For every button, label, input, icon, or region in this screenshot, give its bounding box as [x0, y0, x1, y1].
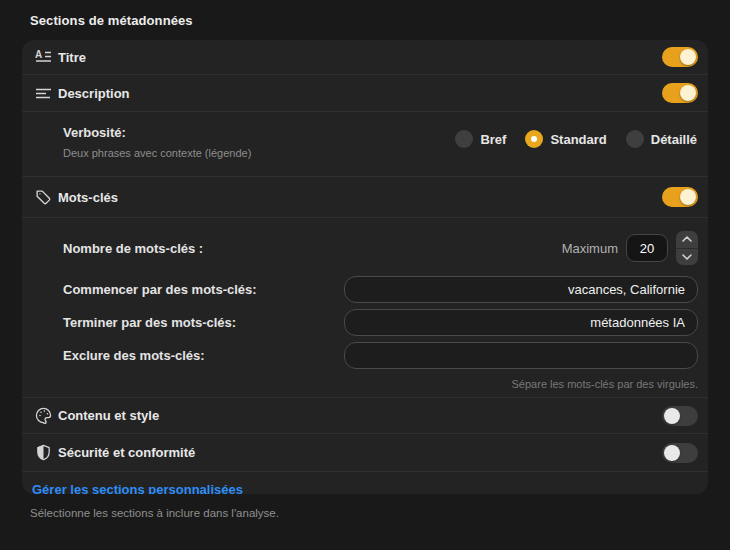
radio-label-bref: Bref: [480, 132, 506, 147]
section-label-keywords: Mots-clés: [58, 190, 118, 205]
toggle-knob: [680, 85, 696, 101]
radio-bref[interactable]: Bref: [455, 130, 506, 148]
toggle-knob: [680, 49, 696, 65]
section-label-content-style: Contenu et style: [58, 408, 159, 423]
toggle-security[interactable]: [662, 443, 698, 463]
chevron-down-icon: [682, 254, 692, 260]
radio-dot: [525, 130, 543, 148]
radio-label-standard: Standard: [550, 132, 606, 147]
section-label-security: Sécurité et conformité: [58, 445, 195, 460]
keywords-help-text: Sépare les mots-clés par des virgules.: [63, 378, 698, 390]
toggle-title[interactable]: [662, 47, 698, 67]
keyword-count-row: Nombre de mots-clés : Maximum 20: [63, 231, 698, 265]
start-keywords-row: Commencer par des mots-clés:: [63, 276, 698, 303]
keywords-settings: Nombre de mots-clés : Maximum 20 Co: [22, 231, 708, 398]
toggle-keywords[interactable]: [662, 187, 698, 207]
keyword-count-label: Nombre de mots-clés :: [63, 241, 203, 256]
max-keywords-value[interactable]: 20: [626, 234, 668, 262]
section-row-title: A Titre: [22, 40, 708, 75]
stepper-down-button[interactable]: [676, 249, 698, 266]
metadata-sections-panel: Sections de métadonnées A Titre Descript…: [0, 0, 730, 550]
start-keywords-label: Commencer par des mots-clés:: [63, 282, 257, 297]
stepper-up-button[interactable]: [676, 231, 698, 249]
toggle-knob: [664, 408, 680, 424]
section-row-content-style: Contenu et style: [22, 398, 708, 434]
start-keywords-input[interactable]: [344, 276, 698, 303]
align-lines-icon: [34, 84, 52, 102]
section-row-keywords: Mots-clés: [22, 177, 708, 218]
toggle-knob: [680, 189, 696, 205]
exclude-keywords-row: Exclure des mots-clés:: [63, 342, 698, 369]
maximum-label: Maximum: [562, 241, 618, 256]
section-label-description: Description: [58, 86, 130, 101]
radio-label-detaille: Détaillé: [651, 132, 697, 147]
manage-sections-row: Gérer les sections personnalisées: [22, 472, 708, 494]
palette-icon: [34, 407, 52, 425]
svg-text:A: A: [35, 49, 42, 60]
shield-icon: [34, 444, 52, 462]
toggle-description[interactable]: [662, 83, 698, 103]
radio-standard[interactable]: Standard: [525, 130, 606, 148]
exclude-keywords-input[interactable]: [344, 342, 698, 369]
chevron-up-icon: [682, 236, 692, 242]
toggle-content-style[interactable]: [662, 406, 698, 426]
verbosity-help-text: Deux phrases avec contexte (légende): [63, 147, 708, 159]
radio-dot: [455, 130, 473, 148]
verbosity-radio-group: Bref Standard Détaillé: [455, 130, 697, 148]
text-format-icon: A: [34, 48, 52, 66]
sections-card: A Titre Description Verbosité: Deux phra…: [22, 40, 708, 494]
end-keywords-input[interactable]: [344, 309, 698, 336]
section-label-title: Titre: [58, 50, 86, 65]
max-keywords-stepper: [676, 231, 698, 265]
radio-detaille[interactable]: Détaillé: [626, 130, 697, 148]
exclude-keywords-label: Exclure des mots-clés:: [63, 348, 205, 363]
section-row-description: Description: [22, 75, 708, 112]
toggle-knob: [664, 445, 680, 461]
end-keywords-label: Terminer par des mots-clés:: [63, 315, 236, 330]
panel-title: Sections de métadonnées: [30, 13, 193, 28]
radio-dot: [626, 130, 644, 148]
manage-custom-sections-link[interactable]: Gérer les sections personnalisées: [32, 482, 243, 494]
section-row-security: Sécurité et conformité: [22, 434, 708, 472]
verbosity-settings: Verbosité: Deux phrases avec contexte (l…: [22, 112, 708, 177]
panel-footer-text: Sélectionne les sections à inclure dans …: [30, 507, 279, 519]
end-keywords-row: Terminer par des mots-clés:: [63, 309, 698, 336]
tag-icon: [34, 188, 52, 206]
